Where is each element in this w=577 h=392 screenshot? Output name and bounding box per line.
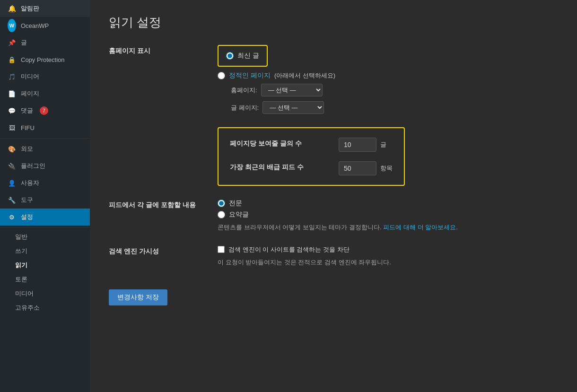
radio-summary-input[interactable]	[218, 211, 225, 218]
user-icon	[8, 179, 16, 187]
radio-latest-posts-label: 최신 글	[237, 52, 259, 60]
submenu-writing[interactable]: 쓰기	[0, 244, 90, 258]
sidebar-item-copy-protection[interactable]: Copy Protection	[0, 51, 90, 68]
main-content: 읽기 설정 홈페이지 표시 최신 글 정적인 페이지 (아래에서 선택하세요)	[90, 0, 577, 392]
homepage-select-row: 홈페이지: — 선택 —	[231, 84, 558, 96]
search-engine-block-checkbox-label[interactable]: 검색 엔진이 이 사이트를 검색하는 것을 차단	[218, 245, 558, 254]
sidebar-item-settings[interactable]: 설정	[0, 209, 90, 226]
lock-icon	[8, 55, 16, 64]
posts-feed-highlight-box: 페이지당 보여줄 글의 수 글 가장 최근의 배급 피드 수 항목	[218, 127, 405, 186]
ocean-icon: W	[8, 21, 16, 30]
page-icon	[8, 89, 16, 98]
search-visibility-control: 검색 엔진이 이 사이트를 검색하는 것을 차단 이 요청이 받아들여지는 것은…	[218, 245, 558, 267]
feed-content-control: 전문 요약글 콘텐츠를 브라우저에서 어떻게 보일지는 테마가 결정합니다. 피…	[218, 199, 558, 232]
posts-page-select[interactable]: — 선택 —	[262, 101, 324, 114]
submenu-media[interactable]: 미디어	[0, 287, 90, 301]
comments-badge: 7	[40, 106, 48, 115]
radio-full-text-label: 전문	[229, 199, 242, 208]
sidebar-item-pages[interactable]: 페이지	[0, 85, 90, 102]
sidebar-item-settings-label: 설정	[21, 213, 33, 221]
media-icon	[8, 72, 16, 81]
feed-items-label: 가장 최근의 배급 피드 수	[230, 161, 324, 172]
comment-icon	[8, 106, 16, 115]
submenu-permalink[interactable]: 고유주소	[0, 301, 90, 315]
search-engine-block-checkbox[interactable]	[218, 246, 225, 253]
sidebar-item-fifu[interactable]: FIFU	[0, 119, 90, 136]
sidebar-item-copy-protection-label: Copy Protection	[21, 56, 65, 63]
sidebar-item-users[interactable]: 사용자	[0, 174, 90, 192]
sidebar-item-users-label: 사용자	[21, 179, 39, 187]
submenu-general[interactable]: 일반	[0, 230, 90, 244]
sidebar-item-posts-label: 글	[21, 38, 27, 47]
sidebar-item-tools-label: 도구	[21, 196, 33, 204]
save-button-row: 변경사항 저장	[109, 280, 558, 305]
posts-page-select-row: 글 페이지: — 선택 —	[231, 101, 558, 114]
search-visibility-label: 검색 엔진 가시성	[109, 245, 203, 256]
radio-full-text-input[interactable]	[218, 200, 225, 207]
page-title: 읽기 설정	[109, 14, 558, 31]
pin-icon	[8, 38, 16, 47]
posts-page-label: 글 페이지:	[231, 104, 259, 112]
submenu-reading[interactable]: 읽기	[0, 258, 90, 272]
form-section: 홈페이지 표시 최신 글 정적인 페이지 (아래에서 선택하세요)	[109, 45, 558, 305]
feed-items-unit: 항목	[380, 164, 393, 173]
feed-desc-after-link: .	[456, 224, 458, 231]
plugin-icon	[8, 162, 16, 170]
sidebar-item-media-label: 미디어	[21, 72, 39, 81]
static-page-selects: 홈페이지: — 선택 — 글 페이지: — 선택 —	[231, 84, 558, 114]
sidebar-item-media[interactable]: 미디어	[0, 68, 90, 85]
sidebar-item-plugins[interactable]: 플러그인	[0, 157, 90, 174]
posts-per-page-group: 글	[339, 138, 386, 152]
static-page-link[interactable]: 정적인 페이지	[229, 71, 271, 80]
sidebar-item-oceanwp[interactable]: W OceanWP	[0, 17, 90, 34]
radio-latest-posts-input[interactable]	[226, 52, 234, 60]
search-engine-block-label: 검색 엔진이 이 사이트를 검색하는 것을 차단	[228, 245, 350, 254]
sidebar-item-plugins-label: 플러그인	[21, 162, 45, 170]
submenu-discussion[interactable]: 토론	[0, 272, 90, 287]
sidebar-item-alarm-label: 알림판	[21, 4, 39, 13]
static-page-suffix: (아래에서 선택하세요)	[274, 71, 335, 80]
posts-per-page-unit: 글	[380, 140, 386, 149]
sidebar-divider	[0, 138, 90, 139]
search-visibility-row: 검색 엔진 가시성 검색 엔진이 이 사이트를 검색하는 것을 차단 이 요청이…	[109, 245, 558, 267]
radio-summary[interactable]: 요약글	[218, 210, 558, 219]
posts-per-page-label: 페이지당 보여줄 글의 수	[230, 138, 324, 148]
radio-summary-label: 요약글	[229, 210, 249, 219]
sidebar-item-appearance-label: 외모	[21, 145, 33, 153]
sidebar-item-fifu-label: FIFU	[21, 124, 35, 131]
sidebar-item-oceanwp-label: OceanWP	[21, 22, 49, 29]
feed-content-label: 피드에서 각 글에 포함할 내용	[109, 199, 203, 209]
feed-content-row: 피드에서 각 글에 포함할 내용 전문 요약글 콘텐츠를 브라우저에서 어떻게 …	[109, 199, 558, 232]
sidebar-item-appearance[interactable]: 외모	[0, 140, 90, 157]
homepage-select[interactable]: — 선택 —	[261, 84, 323, 96]
save-button[interactable]: 변경사항 저장	[109, 289, 167, 305]
feed-items-input[interactable]	[339, 161, 376, 175]
search-visibility-description: 이 요청이 받아들여지는 것은 전적으로 검색 엔진에 좌우됩니다.	[218, 258, 558, 267]
sidebar-item-tools[interactable]: 도구	[0, 192, 90, 209]
sidebar-item-comments-label: 댓글	[21, 106, 33, 115]
sidebar: 알림판 W OceanWP 글 Copy Protection 미디어 페이지 …	[0, 0, 90, 392]
posts-per-page-input[interactable]	[339, 138, 376, 152]
sidebar-sub-divider	[0, 227, 90, 228]
feed-desc-before-link: 콘텐츠를 브라우저에서 어떻게 보일지는 테마가 결정합니다.	[218, 224, 383, 231]
radio-static-page[interactable]: 정적인 페이지 (아래에서 선택하세요)	[218, 71, 558, 80]
radio-static-page-input[interactable]	[218, 72, 225, 79]
tool-icon	[8, 196, 16, 204]
sidebar-item-pages-label: 페이지	[21, 89, 39, 98]
feed-learn-more-link[interactable]: 피드에 대해 더 알아보세요	[383, 224, 456, 231]
homepage-display-control: 최신 글 정적인 페이지 (아래에서 선택하세요) 홈페이지: — 선택 —	[218, 45, 558, 114]
homepage-display-row: 홈페이지 표시 최신 글 정적인 페이지 (아래에서 선택하세요)	[109, 45, 558, 114]
posts-feed-combined-row: 페이지당 보여줄 글의 수 글 가장 최근의 배급 피드 수 항목	[109, 127, 558, 186]
fifu-icon	[8, 123, 16, 132]
radio-full-text[interactable]: 전문	[218, 199, 558, 208]
alarm-icon	[8, 4, 16, 13]
settings-icon	[8, 213, 16, 221]
appear-icon	[8, 145, 16, 153]
sidebar-item-posts[interactable]: 글	[0, 34, 90, 51]
radio-latest-posts[interactable]: 최신 글	[226, 52, 259, 60]
sidebar-item-comments[interactable]: 댓글 7	[0, 102, 90, 119]
feed-items-group: 항목	[339, 161, 393, 175]
feed-description: 콘텐츠를 브라우저에서 어떻게 보일지는 테마가 결정합니다. 피드에 대해 더…	[218, 223, 558, 232]
homepage-select-label: 홈페이지:	[231, 86, 257, 95]
sidebar-item-alarm[interactable]: 알림판	[0, 0, 90, 17]
